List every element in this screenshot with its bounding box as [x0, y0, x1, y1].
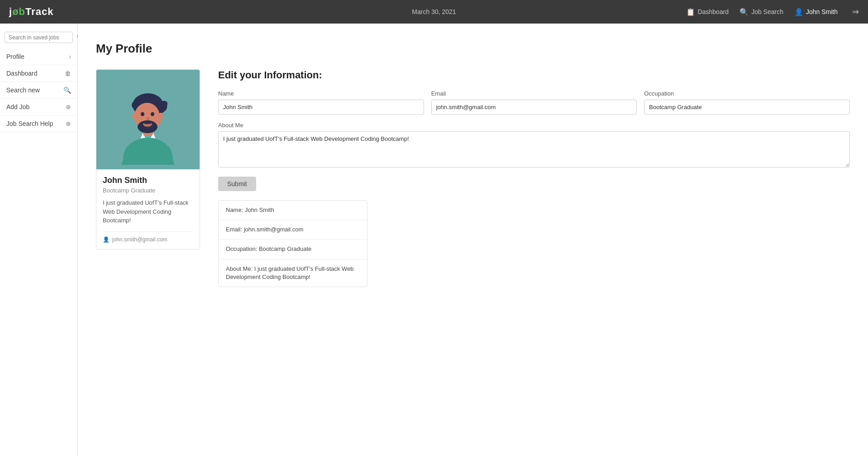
occupation-input[interactable] [644, 100, 850, 115]
about-label: About Me [218, 122, 850, 129]
svg-point-13 [151, 112, 154, 116]
header-date: March 30, 2021 [412, 8, 456, 15]
plus-circle-icon: ⊕ [66, 120, 71, 127]
profile-card-occupation: Bootcamp Graduate [103, 187, 193, 194]
magnify-icon: 🔍 [63, 86, 71, 94]
search-input[interactable] [9, 34, 76, 41]
profile-section: John Smith Bootcamp Graduate I just grad… [96, 69, 850, 287]
chevron-right-icon: › [69, 53, 71, 60]
profile-info-display: Name: John Smith Email: john.smith@gmail… [218, 200, 367, 287]
name-label: Name [218, 90, 424, 97]
trash-icon: 🗑 [65, 70, 71, 77]
logout-button[interactable]: ⇒ [852, 7, 859, 17]
form-field-occupation: Occupation [644, 90, 850, 115]
page-title: My Profile [96, 42, 850, 56]
form-row-top: Name Email Occupation [218, 90, 850, 115]
sidebar-search[interactable]: 🔍 [5, 32, 73, 43]
profile-card-info: John Smith Bootcamp Graduate I just grad… [96, 169, 200, 249]
sidebar-profile-label: Profile [6, 53, 24, 60]
nav-dashboard[interactable]: 📋 Dashboard [686, 8, 729, 16]
person-icon: 👤 [103, 236, 110, 243]
user-icon: 👤 [794, 8, 803, 16]
svg-rect-14 [147, 117, 149, 121]
profile-card-email: 👤 john.smith@gmail.com [103, 231, 193, 243]
sidebar-add-job-label: Add Job [6, 103, 29, 110]
svg-point-17 [143, 120, 153, 124]
header: jøbTrack March 30, 2021 📋 Dashboard 🔍 Jo… [0, 0, 868, 24]
sidebar-item-dashboard[interactable]: Dashboard 🗑 [0, 65, 77, 82]
info-email-row: Email: john.smith@gmail.com [219, 220, 367, 240]
profile-card-bio: I just graduated UofT's Full-stack Web D… [103, 198, 193, 225]
form-field-email: Email [431, 90, 637, 115]
nav-job-search-label: Job Search [751, 8, 783, 15]
svg-point-19 [158, 113, 163, 119]
logout-icon: ⇒ [852, 7, 859, 16]
profile-card-name: John Smith [103, 176, 193, 185]
form-field-name: Name [218, 90, 424, 115]
sidebar-item-add-job[interactable]: Add Job ⊕ [0, 99, 77, 115]
edit-form-title: Edit your Information: [218, 69, 850, 81]
info-about-row: About Me: I just graduated UofT's Full-s… [219, 259, 367, 287]
app-layout: 🔍 Profile › Dashboard 🗑 Search new 🔍 Add… [0, 24, 868, 456]
occupation-label: Occupation [644, 90, 850, 97]
nav-dashboard-label: Dashboard [698, 8, 729, 15]
sidebar-item-profile[interactable]: Profile › [0, 48, 77, 65]
header-nav: 📋 Dashboard 🔍 Job Search 👤 John Smith ⇒ [686, 7, 859, 17]
email-text: john.smith@gmail.com [112, 236, 167, 243]
sidebar-dashboard-label: Dashboard [6, 70, 38, 77]
submit-button[interactable]: Submit [218, 177, 256, 191]
sidebar-search-new-label: Search new [6, 86, 40, 94]
info-name-row: Name: John Smith [219, 201, 367, 220]
main-content: My Profile [78, 24, 868, 456]
nav-job-search[interactable]: 🔍 Job Search [739, 8, 783, 16]
email-input[interactable] [431, 100, 637, 115]
nav-user[interactable]: 👤 John Smith [794, 8, 838, 16]
sidebar: 🔍 Profile › Dashboard 🗑 Search new 🔍 Add… [0, 24, 78, 456]
profile-avatar [96, 70, 200, 169]
svg-point-12 [141, 112, 144, 116]
avatar-illustration [112, 74, 184, 165]
search-icon: 🔍 [739, 8, 749, 16]
sidebar-job-search-help-label: Job Search Help [6, 120, 53, 127]
app-logo[interactable]: jøbTrack [9, 6, 54, 18]
svg-point-18 [132, 113, 137, 119]
edit-form: Edit your Information: Name Email Occupa… [218, 69, 850, 287]
email-label: Email [431, 90, 637, 97]
sidebar-item-search-new[interactable]: Search new 🔍 [0, 82, 77, 99]
plus-icon: ⊕ [66, 103, 71, 110]
about-section: About Me [218, 122, 850, 169]
dashboard-icon: 📋 [686, 8, 695, 16]
nav-user-label: John Smith [806, 8, 838, 15]
sidebar-item-job-search-help[interactable]: Job Search Help ⊕ [0, 115, 77, 132]
about-textarea[interactable] [218, 131, 850, 168]
info-occupation-row: Occupation: Bootcamp Graduate [219, 240, 367, 259]
name-input[interactable] [218, 100, 424, 115]
profile-card: John Smith Bootcamp Graduate I just grad… [96, 69, 200, 250]
